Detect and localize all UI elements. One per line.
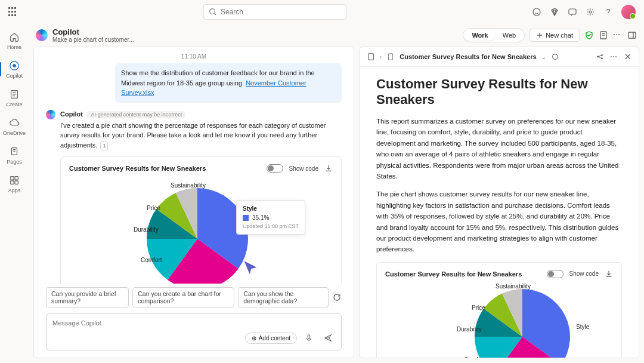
settings-icon[interactable] xyxy=(586,7,595,17)
global-search[interactable] xyxy=(203,4,346,20)
chart-card: Customer Survey Results for New Sneakers… xyxy=(60,156,342,284)
svg-rect-11 xyxy=(15,181,18,184)
help-icon[interactable]: ? xyxy=(603,7,613,17)
chart-tooltip: Style 35.1% Updated 11:00 pm EST xyxy=(236,200,305,235)
doc-chart-card: Customer Survey Results for New Sneakers… xyxy=(376,262,622,358)
notebook-icon[interactable] xyxy=(367,53,375,61)
ai-name: Copilot xyxy=(60,110,83,118)
copilot-icon xyxy=(8,60,20,72)
cursor-icon xyxy=(242,260,259,276)
app-subtitle: Make a pie chart of customer... xyxy=(52,36,134,43)
svg-rect-17 xyxy=(369,54,374,60)
chat-icon[interactable] xyxy=(568,7,577,17)
tab-work[interactable]: Work xyxy=(465,30,495,41)
message-input-container: ⊕Add content xyxy=(46,313,342,350)
chart-title: Customer Survey Results for New Sneakers xyxy=(69,165,206,172)
label-durability: Durability xyxy=(134,226,159,233)
sync-icon[interactable] xyxy=(551,53,559,61)
doc-download-icon[interactable] xyxy=(605,270,613,278)
doc-paragraph-1: This report summarizes a customer survey… xyxy=(376,116,622,182)
search-icon xyxy=(209,8,217,16)
ai-response: I've created a pie chart showing the per… xyxy=(60,121,342,151)
diamond-icon[interactable] xyxy=(550,7,559,17)
doc-show-code-toggle[interactable] xyxy=(547,270,564,278)
send-icon[interactable] xyxy=(321,331,335,345)
user-avatar[interactable] xyxy=(621,5,636,19)
copilot-avatar xyxy=(46,110,55,119)
svg-point-1 xyxy=(533,8,540,16)
download-icon[interactable] xyxy=(324,164,333,173)
apps-icon xyxy=(8,174,20,186)
message-input[interactable] xyxy=(52,319,335,327)
label-price: Price xyxy=(147,205,160,211)
timestamp: 11:10 AM xyxy=(46,53,342,60)
svg-point-5 xyxy=(13,64,16,67)
suggestion-2[interactable]: Can you create a bar chart for compariso… xyxy=(132,287,234,307)
copilot-logo xyxy=(36,29,48,41)
show-code-label: Show code xyxy=(289,165,318,172)
pie-chart: Sustainability Price Durability Comfort … xyxy=(69,176,333,284)
svg-rect-16 xyxy=(308,335,310,339)
svg-rect-18 xyxy=(389,54,393,60)
rail-copilot[interactable]: Copilot xyxy=(2,57,26,81)
svg-point-19 xyxy=(552,54,558,60)
svg-rect-10 xyxy=(11,181,14,184)
mic-icon[interactable] xyxy=(302,331,316,345)
app-launcher-icon[interactable] xyxy=(8,7,18,17)
search-input[interactable] xyxy=(217,8,341,16)
ai-disclaimer: AI-generated content may be incorrect xyxy=(87,111,185,118)
label-comfort: Comfort xyxy=(141,257,162,263)
chevron-down-icon[interactable]: ⌄ xyxy=(541,54,546,60)
pages-icon xyxy=(8,146,20,158)
share-icon[interactable] xyxy=(596,53,604,61)
work-web-toggle: Work Web xyxy=(463,28,525,42)
doc-chart-title: Customer Survey Results for New Sneakers xyxy=(385,270,522,278)
svg-rect-9 xyxy=(15,177,18,180)
breadcrumb-chevron: › xyxy=(380,54,382,60)
doc-show-code-label: Show code xyxy=(569,270,599,277)
cloud-icon xyxy=(8,117,20,129)
app-title: Copilot xyxy=(52,27,134,36)
svg-rect-8 xyxy=(11,177,14,180)
page-icon xyxy=(386,53,395,61)
rail-onedrive[interactable]: OneDrive xyxy=(2,115,26,139)
label-sustainability: Sustainability xyxy=(171,182,206,189)
doc-heading: Customer Survey Results for New Sneakers xyxy=(376,76,622,107)
book-icon[interactable] xyxy=(599,30,608,40)
refresh-suggestions-icon[interactable] xyxy=(332,293,342,302)
shield-icon[interactable] xyxy=(584,30,594,40)
breadcrumb-title[interactable]: Customer Survey Results for New Sneakers xyxy=(400,53,536,60)
rail-create[interactable]: Create xyxy=(2,86,26,110)
rail-apps[interactable]: Apps xyxy=(2,172,26,196)
emoji-icon[interactable] xyxy=(532,7,541,17)
svg-point-0 xyxy=(210,9,215,14)
more-icon[interactable]: ⋯ xyxy=(613,30,623,40)
svg-rect-2 xyxy=(569,9,576,14)
svg-rect-13 xyxy=(628,32,636,38)
show-code-toggle[interactable] xyxy=(267,164,283,173)
panel-icon[interactable] xyxy=(627,30,637,40)
doc-paragraph-2: The pie chart shows customer survey resu… xyxy=(376,189,622,254)
create-icon xyxy=(8,88,20,100)
user-message: Show me the distribution of customer fee… xyxy=(115,63,342,103)
add-content-button[interactable]: ⊕Add content xyxy=(245,333,297,344)
svg-point-3 xyxy=(589,11,592,13)
rail-pages[interactable]: Pages xyxy=(2,143,26,167)
suggestion-1[interactable]: Can you provide a brief summary? xyxy=(46,287,129,307)
doc-more-icon[interactable]: ⋯ xyxy=(610,53,618,61)
new-chat-button[interactable]: New chat xyxy=(530,29,580,42)
tab-web[interactable]: Web xyxy=(496,30,523,41)
suggestion-3[interactable]: Can you show the demographic data? xyxy=(238,287,329,307)
doc-pie-chart: Sustainability Price Durability Comfort … xyxy=(385,282,613,358)
close-panel-icon[interactable]: ✕ xyxy=(624,52,631,61)
home-icon xyxy=(8,31,20,43)
rail-home[interactable]: Home xyxy=(2,29,26,53)
citation-badge[interactable]: 1 xyxy=(100,141,108,151)
